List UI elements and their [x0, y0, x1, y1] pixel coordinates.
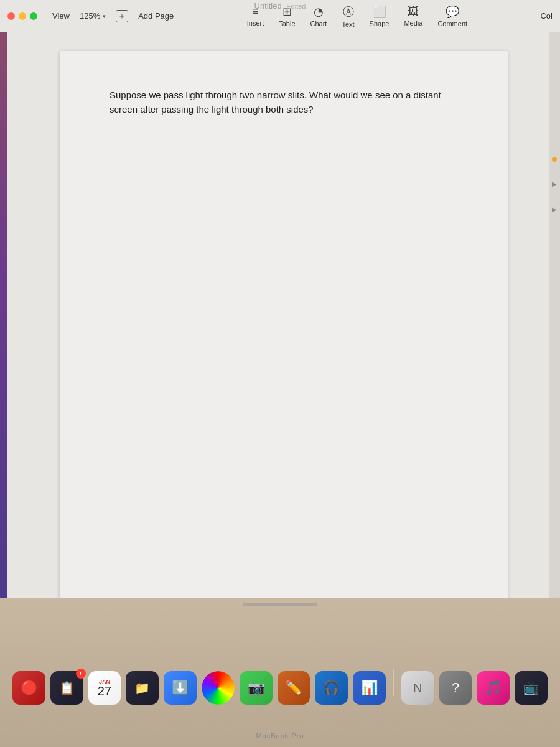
text-icon: Ⓐ: [343, 4, 354, 19]
right-panel-dot: [552, 157, 557, 162]
toolbar-center: ≡ Insert ⊞ Table ◔ Chart Ⓐ Text ⬜ Shape …: [174, 4, 540, 28]
dock-item-last[interactable]: 📺: [515, 671, 548, 705]
media-icon: 🖼: [408, 5, 419, 18]
window-title-area: Untitled Edited: [254, 1, 306, 11]
scroll-bar: [243, 603, 317, 606]
comment-toolbar-item[interactable]: 💬 Comment: [437, 5, 467, 27]
dock: 🔴 📋 ! JAN 27 📁 ⬇️ 📷 ✏️: [0, 660, 560, 710]
shape-toolbar-item[interactable]: ⬜ Shape: [370, 5, 390, 27]
chart-toolbar-item[interactable]: ◔ Chart: [310, 5, 327, 27]
add-page-button[interactable]: Add Page: [138, 11, 174, 21]
insert-label: Insert: [247, 19, 264, 27]
shape-icon: ⬜: [373, 5, 386, 19]
toolbar-left: View 125% ▾ ＋ Add Page: [52, 10, 174, 22]
window-edited-status: Edited: [286, 2, 306, 10]
media-toolbar-item[interactable]: 🖼 Media: [404, 5, 422, 27]
view-button[interactable]: View: [52, 11, 70, 21]
dock-item-2[interactable]: 📋 !: [50, 671, 83, 705]
minimize-button[interactable]: [19, 12, 26, 20]
dock-item-launchpad[interactable]: [202, 671, 235, 705]
right-panel-arrow-2: ▶: [552, 206, 557, 213]
text-toolbar-item[interactable]: Ⓐ Text: [342, 4, 354, 28]
macbook-label: MacBook Pro: [256, 732, 304, 740]
comment-icon: 💬: [446, 5, 459, 19]
chevron-down-icon: ▾: [103, 13, 106, 19]
chart-icon: ◔: [314, 5, 324, 19]
zoom-control[interactable]: 125% ▾: [80, 11, 106, 21]
toolbar-right: Col: [540, 11, 553, 21]
dock-item-music[interactable]: 🎵: [477, 671, 510, 705]
side-accent-bar: [0, 32, 7, 630]
media-label: Media: [404, 19, 422, 27]
dock-calendar-item[interactable]: JAN 27: [88, 671, 121, 705]
dock-badge: !: [76, 669, 86, 679]
dock-item-blue[interactable]: 🎧: [315, 671, 348, 705]
right-panel: ▶ ▶: [549, 32, 560, 630]
dock-item-help[interactable]: ?: [439, 671, 472, 705]
add-page-icon[interactable]: ＋: [116, 10, 128, 22]
window-title: Untitled Edited: [254, 1, 306, 11]
zoom-value: 125%: [80, 11, 100, 21]
right-panel-arrow-1: ▶: [552, 181, 557, 187]
table-label: Table: [279, 20, 295, 27]
main-editing-area[interactable]: Suppose we pass light through two narrow…: [7, 32, 560, 630]
dock-item-finder[interactable]: ⬇️: [164, 671, 197, 705]
dock-separator: [393, 669, 394, 696]
dock-item-1[interactable]: 🔴: [12, 671, 45, 705]
document-body-text[interactable]: Suppose we pass light through two narrow…: [110, 88, 458, 116]
text-label: Text: [342, 21, 354, 28]
col-button[interactable]: Col: [540, 11, 553, 21]
dock-item-pencil[interactable]: ✏️: [278, 671, 310, 705]
dock-item-facetime[interactable]: 📷: [240, 671, 273, 705]
shape-label: Shape: [370, 20, 390, 27]
dock-area: 🔴 📋 ! JAN 27 📁 ⬇️ 📷 ✏️: [0, 598, 560, 747]
document-page[interactable]: Suppose we pass light through two narrow…: [60, 51, 508, 611]
dock-item-numbers[interactable]: 📊: [353, 671, 386, 705]
dock-item-3[interactable]: 📁: [126, 671, 159, 705]
dock-date-day: 27: [98, 685, 111, 697]
dock-item-notification[interactable]: N: [401, 671, 434, 705]
traffic-lights: [7, 12, 37, 20]
close-button[interactable]: [7, 12, 15, 20]
chart-label: Chart: [310, 20, 327, 27]
add-page-label: Add Page: [138, 11, 174, 21]
comment-label: Comment: [437, 20, 467, 27]
fullscreen-button[interactable]: [30, 12, 37, 20]
